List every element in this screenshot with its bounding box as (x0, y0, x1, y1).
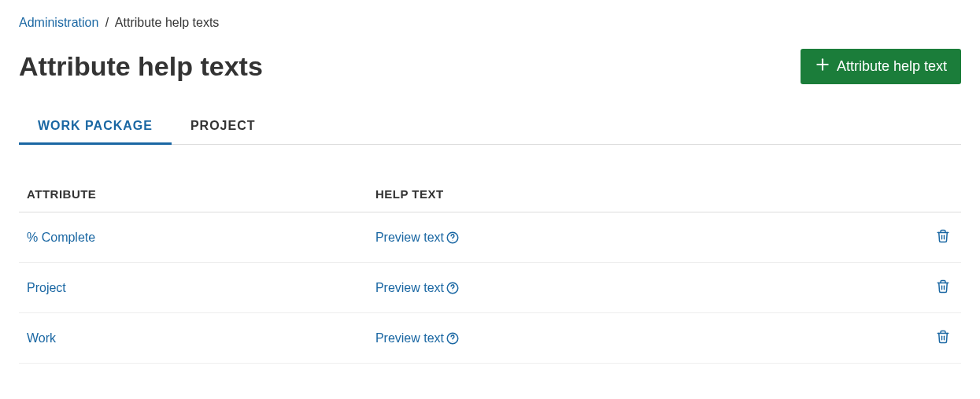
column-header-help-text: HELP TEXT (368, 176, 914, 212)
svg-point-11 (453, 341, 453, 342)
trash-icon (936, 228, 950, 246)
column-header-attribute: ATTRIBUTE (19, 176, 368, 212)
preview-text-link[interactable]: Preview text (375, 331, 444, 345)
svg-point-7 (453, 290, 453, 291)
plus-icon (815, 57, 830, 76)
breadcrumb-parent-link[interactable]: Administration (19, 16, 98, 29)
column-header-actions (914, 176, 961, 212)
attribute-link[interactable]: % Complete (27, 231, 95, 244)
attribute-link[interactable]: Project (27, 281, 66, 294)
delete-button[interactable] (933, 225, 953, 249)
page-header: Attribute help texts Attribute help text (19, 49, 961, 84)
tab-work-package[interactable]: WORK PACKAGE (19, 109, 172, 145)
help-icon[interactable] (446, 281, 460, 295)
delete-button[interactable] (933, 275, 953, 300)
preview-text-link[interactable]: Preview text (375, 231, 444, 245)
breadcrumb-separator: / (105, 16, 109, 29)
page-title: Attribute help texts (19, 51, 263, 82)
add-button-label: Attribute help text (837, 58, 947, 75)
table-row: Work Preview text (19, 313, 961, 364)
delete-button[interactable] (933, 326, 953, 350)
trash-icon (936, 329, 950, 347)
breadcrumb: Administration / Attribute help texts (19, 16, 961, 30)
tab-project[interactable]: PROJECT (172, 109, 275, 145)
breadcrumb-current: Attribute help texts (115, 16, 220, 29)
help-icon[interactable] (446, 231, 460, 245)
attribute-link[interactable]: Work (27, 331, 56, 345)
attribute-help-texts-table: ATTRIBUTE HELP TEXT % Complete Preview t… (19, 176, 961, 364)
preview-text-link[interactable]: Preview text (375, 281, 444, 295)
table-row: Project Preview text (19, 263, 961, 313)
tabs: WORK PACKAGE PROJECT (19, 109, 961, 145)
svg-point-3 (453, 240, 453, 241)
help-icon[interactable] (446, 331, 460, 345)
trash-icon (936, 279, 950, 297)
table-row: % Complete Preview text (19, 212, 961, 263)
add-attribute-help-text-button[interactable]: Attribute help text (801, 49, 961, 84)
